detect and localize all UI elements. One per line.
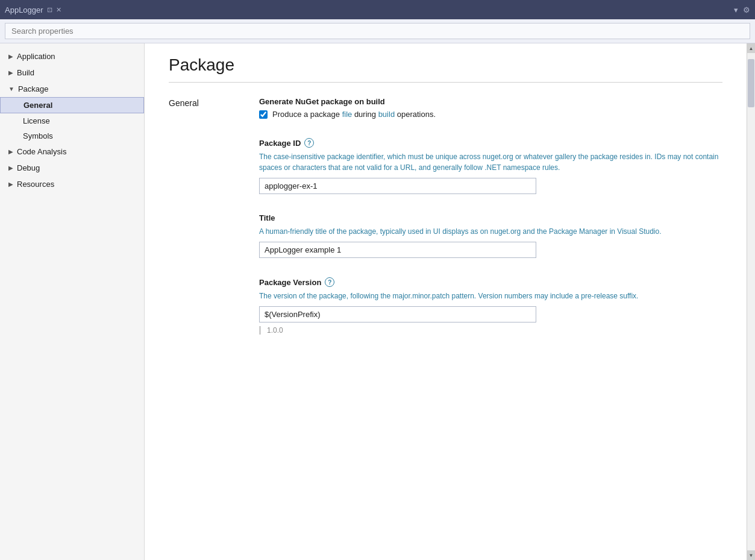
title-bar: AppLogger ⊡ ✕ ▾ ⚙: [0, 0, 755, 19]
sidebar-item-debug[interactable]: ▶ Debug: [0, 160, 144, 176]
general-section: General Generate NuGet package on build …: [169, 97, 722, 119]
sidebar-label-code-analysis: Code Analysis: [17, 147, 66, 156]
nuget-title: Generate NuGet package on build: [259, 97, 722, 106]
page-title: Package: [169, 55, 722, 75]
chevron-right-icon: ▶: [8, 69, 13, 76]
sidebar-item-license[interactable]: License: [0, 113, 144, 128]
nuget-checkbox[interactable]: [259, 110, 268, 119]
sidebar: ▶ Application ▶ Build ▼ Package General …: [0, 43, 145, 560]
section-label-package-id: [169, 138, 241, 194]
sidebar-label-build: Build: [17, 68, 34, 77]
section-label-general: General: [169, 97, 241, 119]
title-field-desc: A human-friendly title of the package, t…: [259, 226, 722, 237]
sidebar-item-package[interactable]: ▼ Package: [0, 81, 144, 97]
nuget-build-link[interactable]: build: [378, 110, 395, 119]
title-field-title: Title: [259, 213, 722, 222]
chevron-right-icon: ▶: [8, 53, 13, 60]
package-id-section: Package ID ? The case-insensitive packag…: [169, 138, 722, 194]
sidebar-label-license: License: [23, 116, 50, 125]
version-input[interactable]: [259, 306, 536, 322]
chevron-right-icon: ▶: [8, 165, 13, 171]
sidebar-label-application: Application: [17, 52, 55, 61]
dropdown-icon[interactable]: ▾: [734, 5, 738, 14]
sidebar-label-symbols: Symbols: [23, 131, 53, 140]
nuget-file-link[interactable]: file: [342, 110, 352, 119]
sidebar-label-package: Package: [18, 84, 49, 93]
sidebar-item-code-analysis[interactable]: ▶ Code Analysis: [0, 143, 144, 160]
chevron-right-icon: ▶: [8, 148, 13, 155]
title-input[interactable]: [259, 242, 536, 258]
close-icon[interactable]: ✕: [56, 6, 61, 14]
search-bar: [0, 19, 755, 43]
content-area: Package General Generate NuGet package o…: [145, 43, 747, 560]
scroll-track: [747, 53, 755, 550]
section-label-title: [169, 213, 241, 258]
nuget-checkbox-label: Produce a package file during build oper…: [272, 110, 436, 119]
nuget-field-group: Generate NuGet package on build Produce …: [259, 97, 722, 119]
version-desc: The version of the package, following th…: [259, 291, 722, 301]
title-section: Title A human-friendly title of the pack…: [169, 213, 722, 258]
package-id-field-group: Package ID ? The case-insensitive packag…: [259, 138, 722, 194]
sidebar-item-resources[interactable]: ▶ Resources: [0, 176, 144, 192]
sidebar-item-general[interactable]: General: [0, 97, 144, 113]
version-field-group: Package Version ? The version of the pac…: [259, 277, 722, 335]
package-id-help-icon[interactable]: ?: [304, 138, 314, 148]
nuget-checkbox-row: Produce a package file during build oper…: [259, 110, 722, 119]
scrollbar[interactable]: ▲ ▼: [747, 43, 755, 560]
scroll-up-button[interactable]: ▲: [747, 43, 755, 53]
sidebar-label-debug: Debug: [17, 163, 40, 172]
sidebar-item-symbols[interactable]: Symbols: [0, 128, 144, 143]
search-input[interactable]: [5, 23, 750, 39]
section-label-version: [169, 277, 241, 335]
package-id-input[interactable]: [259, 178, 536, 194]
version-section: Package Version ? The version of the pac…: [169, 277, 722, 335]
sidebar-label-resources: Resources: [17, 180, 54, 189]
divider: [169, 82, 722, 83]
package-id-desc: The case-insensitive package identifier,…: [259, 151, 722, 173]
version-title: Package Version ?: [259, 277, 722, 287]
title-field-group: Title A human-friendly title of the pack…: [259, 213, 722, 258]
settings-icon[interactable]: ⚙: [743, 5, 750, 14]
version-hint: 1.0.0: [259, 326, 722, 335]
sidebar-item-application[interactable]: ▶ Application: [0, 48, 144, 64]
main-layout: ▶ Application ▶ Build ▼ Package General …: [0, 43, 755, 560]
chevron-down-icon: ▼: [8, 86, 14, 92]
package-id-title: Package ID ?: [259, 138, 722, 148]
sidebar-label-general: General: [23, 101, 52, 110]
pin-icon[interactable]: ⊡: [47, 6, 52, 14]
chevron-right-icon: ▶: [8, 181, 13, 187]
version-help-icon[interactable]: ?: [325, 277, 334, 287]
scroll-down-button[interactable]: ▼: [747, 550, 755, 560]
sidebar-item-build[interactable]: ▶ Build: [0, 64, 144, 81]
app-title: AppLogger: [5, 5, 43, 14]
scroll-thumb[interactable]: [748, 59, 754, 107]
